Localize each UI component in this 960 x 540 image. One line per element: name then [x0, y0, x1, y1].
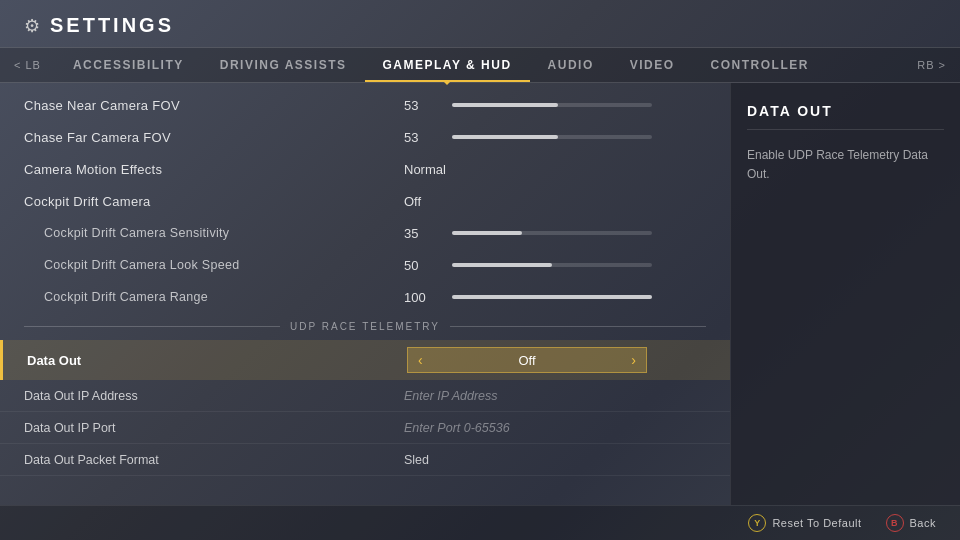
- cockpit-drift-range-value: 100: [404, 290, 444, 305]
- panel-description: Enable UDP Race Telemetry Data Out.: [747, 146, 944, 184]
- camera-motion-row[interactable]: Camera Motion Effects Normal: [0, 153, 730, 185]
- b-button-icon: B: [886, 514, 904, 532]
- cockpit-drift-range-slider[interactable]: [452, 295, 652, 299]
- data-out-label: Data Out: [27, 353, 407, 368]
- nav-lb[interactable]: < LB: [0, 49, 55, 81]
- content-area: Chase Near Camera FOV 53 Chase Far Camer…: [0, 83, 960, 505]
- chase-far-fov-value: 53: [404, 130, 444, 145]
- ip-address-label: Data Out IP Address: [24, 389, 404, 403]
- cockpit-drift-look-speed-row[interactable]: Cockpit Drift Camera Look Speed 50: [0, 249, 730, 281]
- nav-rb[interactable]: RB >: [903, 49, 960, 81]
- footer: Y Reset To Default B Back: [0, 505, 960, 540]
- panel-title: DATA OUT: [747, 103, 944, 130]
- udp-separator: UDP RACE TELEMETRY: [0, 313, 730, 340]
- cockpit-drift-row[interactable]: Cockpit Drift Camera Off: [0, 185, 730, 217]
- dropdown-left-arrow[interactable]: ‹: [418, 352, 423, 368]
- cockpit-drift-sensitivity-slider[interactable]: [452, 231, 652, 235]
- chase-far-fov-label: Chase Far Camera FOV: [24, 130, 404, 145]
- ip-port-placeholder: Enter Port 0-65536: [404, 421, 510, 435]
- cockpit-drift-label: Cockpit Drift Camera: [24, 194, 404, 209]
- tab-accessibility[interactable]: ACCESSIBILITY: [55, 48, 202, 82]
- ip-address-placeholder: Enter IP Address: [404, 389, 498, 403]
- data-out-row[interactable]: Data Out ‹ Off ›: [0, 340, 730, 380]
- chase-near-fov-row[interactable]: Chase Near Camera FOV 53: [0, 89, 730, 121]
- separator-label: UDP RACE TELEMETRY: [290, 321, 440, 332]
- packet-format-value: Sled: [404, 453, 429, 467]
- chase-far-fov-slider[interactable]: [452, 135, 652, 139]
- cockpit-drift-range-label: Cockpit Drift Camera Range: [24, 290, 404, 304]
- header: ⚙ SETTINGS: [0, 0, 960, 47]
- settings-icon: ⚙: [24, 15, 40, 37]
- y-button-icon: Y: [748, 514, 766, 532]
- ip-port-label: Data Out IP Port: [24, 421, 404, 435]
- separator-line-right: [450, 326, 706, 327]
- right-panel: DATA OUT Enable UDP Race Telemetry Data …: [730, 83, 960, 505]
- tab-driving-assists[interactable]: DRIVING ASSISTS: [202, 48, 365, 82]
- reset-label: Reset To Default: [772, 517, 861, 529]
- chase-near-fov-label: Chase Near Camera FOV: [24, 98, 404, 113]
- separator-line-left: [24, 326, 280, 327]
- data-out-value: Off: [518, 353, 535, 368]
- tab-video[interactable]: VIDEO: [612, 48, 693, 82]
- packet-format-row[interactable]: Data Out Packet Format Sled: [0, 444, 730, 476]
- packet-format-label: Data Out Packet Format: [24, 453, 404, 467]
- reset-to-default-button[interactable]: Y Reset To Default: [748, 514, 861, 532]
- chase-near-fov-slider[interactable]: [452, 103, 652, 107]
- page-title: SETTINGS: [50, 14, 174, 37]
- cockpit-drift-sensitivity-value: 35: [404, 226, 444, 241]
- cockpit-drift-look-speed-label: Cockpit Drift Camera Look Speed: [24, 258, 404, 272]
- settings-list: Chase Near Camera FOV 53 Chase Far Camer…: [0, 83, 730, 505]
- cockpit-drift-look-speed-slider[interactable]: [452, 263, 652, 267]
- cockpit-drift-range-row[interactable]: Cockpit Drift Camera Range 100: [0, 281, 730, 313]
- tab-audio[interactable]: AUDIO: [530, 48, 612, 82]
- cockpit-drift-sensitivity-row[interactable]: Cockpit Drift Camera Sensitivity 35: [0, 217, 730, 249]
- cockpit-drift-sensitivity-label: Cockpit Drift Camera Sensitivity: [24, 226, 404, 240]
- camera-motion-label: Camera Motion Effects: [24, 162, 404, 177]
- back-button[interactable]: B Back: [886, 514, 936, 532]
- nav-tabs: < LB ACCESSIBILITY DRIVING ASSISTS GAMEP…: [0, 47, 960, 83]
- dropdown-right-arrow[interactable]: ›: [631, 352, 636, 368]
- camera-motion-value: Normal: [404, 162, 446, 177]
- chase-far-fov-row[interactable]: Chase Far Camera FOV 53: [0, 121, 730, 153]
- tab-gameplay-hud[interactable]: GAMEPLAY & HUD: [365, 48, 530, 82]
- data-out-control[interactable]: ‹ Off ›: [407, 347, 647, 373]
- ip-port-row[interactable]: Data Out IP Port Enter Port 0-65536: [0, 412, 730, 444]
- chase-near-fov-value: 53: [404, 98, 444, 113]
- ip-address-row[interactable]: Data Out IP Address Enter IP Address: [0, 380, 730, 412]
- cockpit-drift-value: Off: [404, 194, 444, 209]
- back-label: Back: [910, 517, 936, 529]
- tab-controller[interactable]: CONTROLLER: [693, 48, 827, 82]
- cockpit-drift-look-speed-value: 50: [404, 258, 444, 273]
